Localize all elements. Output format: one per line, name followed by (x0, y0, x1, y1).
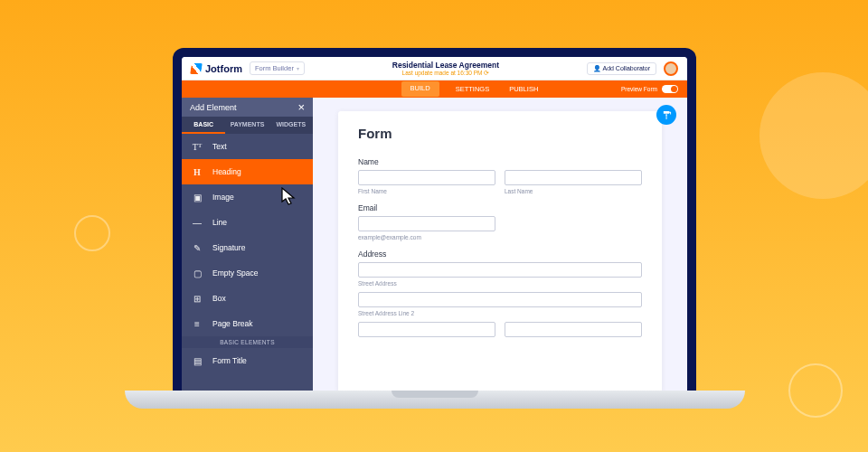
element-text-label: Text (212, 142, 227, 151)
street-address-2-sublabel: Street Address Line 2 (358, 310, 642, 316)
element-page-break-label: Page Break (212, 319, 252, 328)
street-address-2-input[interactable] (358, 292, 642, 307)
logo-mark-icon (190, 63, 203, 74)
element-empty-space[interactable]: ▢ Empty Space (182, 260, 313, 286)
laptop-screen: Jotform Form Builder ▾ Residential Lease… (173, 48, 696, 392)
nav-tab-build[interactable]: BUILD (401, 81, 439, 97)
element-heading-label: Heading (212, 167, 241, 176)
signature-icon: ✎ (191, 243, 203, 253)
user-avatar[interactable] (664, 61, 678, 76)
street-address-sublabel: Street Address (358, 280, 642, 287)
paint-roller-button[interactable] (656, 105, 676, 125)
last-name-input[interactable] (505, 170, 642, 185)
preview-toggle[interactable] (662, 85, 678, 93)
element-image-label: Image (212, 193, 234, 202)
nav-tab-publish[interactable]: PUBLISH (505, 81, 542, 97)
form-builder-dropdown[interactable]: Form Builder ▾ (250, 61, 305, 75)
element-line-label: Line (212, 218, 227, 227)
address-label: Address (358, 250, 642, 259)
chevron-down-icon: ▾ (297, 65, 299, 71)
form-preview-card: Form Name First Name Last Name (338, 111, 662, 392)
element-page-break[interactable]: ≡ Page Break (182, 311, 313, 336)
city-input[interactable] (358, 322, 495, 337)
add-collab-label: Add Collaborator (602, 65, 650, 71)
laptop-base (125, 391, 745, 409)
line-icon: — (191, 218, 203, 228)
first-name-input[interactable] (358, 170, 495, 185)
add-collaborator-button[interactable]: 👤 Add Collaborator (587, 62, 656, 75)
box-icon: ⊞ (191, 294, 203, 304)
element-line[interactable]: — Line (182, 210, 313, 235)
element-box[interactable]: ⊞ Box (182, 286, 313, 311)
email-sublabel: example@example.com (358, 234, 495, 240)
page-break-icon: ≡ (191, 319, 203, 329)
close-icon[interactable]: × (297, 100, 305, 114)
document-title: Residential Lease Agreement (312, 61, 580, 70)
element-signature-label: Signature (212, 243, 245, 252)
last-name-sublabel: Last Name (505, 188, 642, 194)
form-builder-label: Form Builder (255, 64, 294, 72)
element-signature[interactable]: ✎ Signature (182, 235, 313, 260)
element-text[interactable]: TT Text (182, 134, 313, 159)
text-icon: TT (191, 142, 203, 152)
logo-text: Jotform (205, 63, 242, 74)
last-update-text: Last update made at 16:30 PM ⟳ (312, 70, 580, 77)
basic-elements-section: BASIC ELEMENTS (182, 336, 313, 348)
sidebar-tab-payments[interactable]: PAYMENTS (225, 117, 269, 134)
preview-form-label: Preview Form (621, 86, 657, 92)
element-form-title-label: Form Title (212, 356, 247, 365)
email-label: Email (358, 203, 642, 212)
first-name-sublabel: First Name (358, 188, 495, 194)
element-form-title[interactable]: ▤ Form Title (182, 348, 313, 373)
name-label: Name (358, 157, 642, 166)
form-canvas: Form Name First Name Last Name (313, 98, 687, 392)
element-heading[interactable]: H Heading (182, 159, 313, 184)
email-input[interactable] (358, 216, 495, 231)
elements-sidebar: Add Element × BASIC PAYMENTS WIDGETS TT … (182, 98, 313, 392)
heading-icon: H (191, 167, 203, 177)
street-address-input[interactable] (358, 262, 642, 278)
image-icon: ▣ (191, 193, 203, 202)
form-title-icon: ▤ (191, 356, 203, 366)
form-title: Form (358, 126, 642, 141)
empty-space-icon: ▢ (191, 268, 203, 278)
jotform-logo[interactable]: Jotform (191, 63, 242, 74)
app-topbar: Jotform Form Builder ▾ Residential Lease… (182, 57, 687, 80)
nav-tab-settings[interactable]: SETTINGS (452, 81, 494, 97)
sidebar-tab-basic[interactable]: BASIC (182, 117, 225, 134)
sidebar-title: Add Element (190, 103, 237, 112)
state-input[interactable] (505, 322, 642, 337)
element-box-label: Box (212, 294, 226, 303)
element-image[interactable]: ▣ Image (182, 184, 313, 210)
main-nav: BUILD SETTINGS PUBLISH Preview Form (182, 80, 687, 98)
element-empty-space-label: Empty Space (212, 268, 259, 278)
sidebar-tab-widgets[interactable]: WIDGETS (269, 117, 313, 134)
